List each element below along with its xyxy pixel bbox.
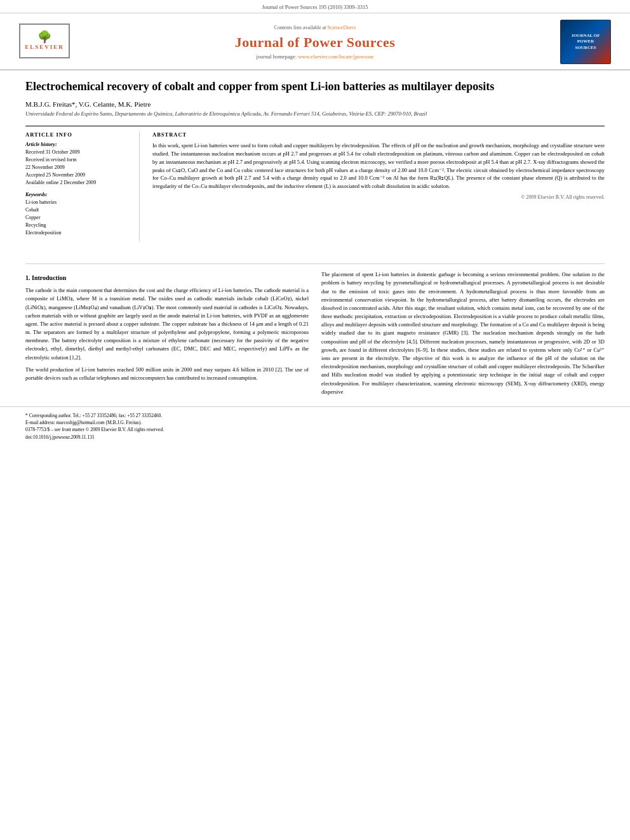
abstract-col: ABSTRACT In this work, spent Li-ion batt… [152, 131, 605, 242]
keywords-section: Keywords: Li-ion batteries Cobalt Copper… [25, 192, 131, 237]
received2-date: 22 November 2009 [25, 164, 131, 171]
body-col-right: The placement of spent Li-ion batteries … [321, 270, 605, 400]
page: Journal of Power Sources 195 (2010) 3309… [0, 0, 630, 840]
footnote-email: E-mail address: marcosbjg@hotmail.com (M… [25, 419, 605, 426]
journal-title: Journal of Power Sources [70, 34, 560, 51]
elsevier-logo-box: 🌳 ELSEVIER [19, 23, 70, 58]
keyword-2: Cobalt [25, 206, 131, 214]
abstract-text: In this work, spent Li-ion batteries wer… [152, 142, 605, 190]
received2: Received in revised form [25, 156, 131, 164]
available-online: Available online 2 December 2009 [25, 179, 131, 187]
history-label: Article history: [25, 142, 131, 147]
footnote-corresponding: * Corresponding author. Tel.: +55 27 333… [25, 412, 605, 419]
section-divider [25, 263, 605, 264]
journal-logo-text: JOURNAL OFPOWERSOURCES [570, 32, 601, 51]
sciencedirect-line: Contents lists available at ScienceDirec… [70, 25, 560, 30]
body-columns: 1. Introduction The cathode is the main … [0, 270, 630, 400]
article-info-col: ARTICLE INFO Article history: Received 3… [25, 131, 140, 242]
article-affiliation: Universidade Federal do Espírito Santo, … [25, 110, 605, 118]
sciencedirect-link[interactable]: ScienceDirect [328, 25, 356, 30]
elsevier-label: ELSEVIER [25, 44, 64, 50]
journal-logo-right: JOURNAL OFPOWERSOURCES [560, 20, 611, 64]
journal-ref: Journal of Power Sources 195 (2010) 3309… [262, 4, 368, 10]
journal-homepage: journal homepage: www.elsevier.com/locat… [70, 53, 560, 60]
elsevier-logo: 🌳 ELSEVIER [19, 23, 70, 58]
body-para-3: The placement of spent Li-ion batteries … [321, 270, 605, 396]
header-left: 🌳 ELSEVIER [19, 23, 70, 61]
main-content: Electrochemical recovery of cobalt and c… [0, 70, 630, 257]
homepage-label: journal homepage: [257, 53, 297, 60]
article-info-heading: ARTICLE INFO [25, 131, 131, 138]
footnote-doi: doi:10.1016/j.jpowsour.2009.11.131 [25, 434, 605, 441]
section1-heading: 1. Introduction [25, 273, 309, 283]
keyword-1: Li-ion batteries [25, 199, 131, 206]
keyword-3: Copper [25, 214, 131, 222]
article-columns: ARTICLE INFO Article history: Received 3… [25, 126, 605, 242]
abstract-heading: ABSTRACT [152, 131, 605, 138]
accepted: Accepted 25 November 2009 [25, 171, 131, 179]
keywords-label: Keywords: [25, 192, 131, 197]
homepage-url[interactable]: www.elsevier.com/locate/jpowsour [298, 53, 373, 60]
body-para-1: The cathode is the main component that d… [25, 286, 309, 362]
footnote-issn: 0378-7753/$ – see front matter © 2009 El… [25, 426, 605, 433]
keyword-5: Electrodeposition [25, 229, 131, 237]
elsevier-tree-icon: 🌳 [37, 31, 51, 43]
article-authors: M.B.J.G. Freitas*, V.G. Celante, M.K. Pi… [25, 100, 605, 108]
body-para-2: The world production of Li-ion batteries… [25, 366, 309, 382]
contents-text: Contents lists available at [274, 25, 326, 30]
article-history: Article history: Received 31 October 200… [25, 142, 131, 187]
received1: Received 31 October 2009 [25, 149, 131, 156]
keyword-4: Recycling [25, 222, 131, 229]
journal-title-center: Contents lists available at ScienceDirec… [70, 25, 560, 60]
journal-top-bar: Journal of Power Sources 195 (2010) 3309… [0, 0, 630, 13]
copyright-line: © 2009 Elsevier B.V. All rights reserved… [152, 194, 605, 200]
journal-header: 🌳 ELSEVIER Contents lists available at S… [0, 13, 630, 70]
article-title: Electrochemical recovery of cobalt and c… [25, 79, 605, 94]
body-col-left: 1. Introduction The cathode is the main … [25, 270, 309, 400]
footnote-area: * Corresponding author. Tel.: +55 27 333… [0, 406, 630, 444]
